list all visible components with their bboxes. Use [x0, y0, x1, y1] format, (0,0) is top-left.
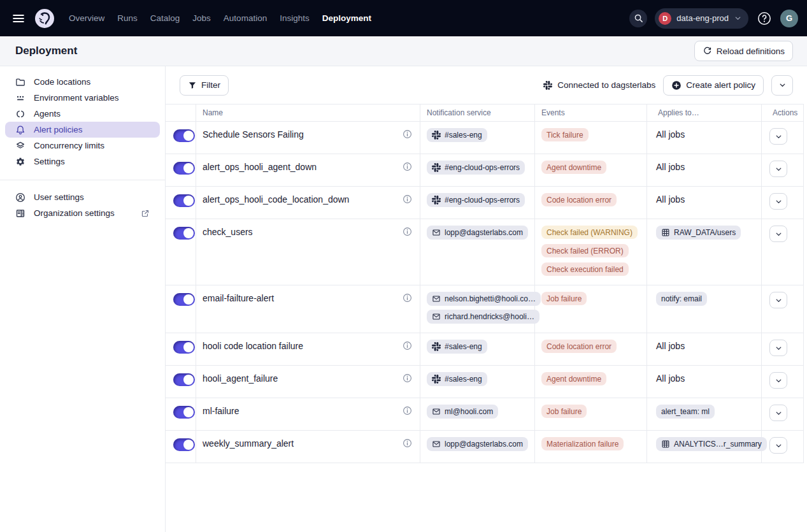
sidebar-item-agents[interactable]: Agents — [5, 106, 160, 122]
event-badge: Materialization failure — [541, 437, 624, 450]
email-icon — [432, 294, 441, 303]
header-actions: Actions — [762, 104, 804, 121]
info-icon[interactable] — [403, 372, 412, 383]
row-actions-button[interactable] — [769, 437, 787, 454]
applies-to: All jobs — [656, 161, 685, 172]
deployment-selector[interactable]: D data-eng-prod — [655, 8, 748, 29]
alert-enabled-toggle[interactable] — [173, 194, 195, 207]
notification-services: nelson.bighetti@hooli.co…richard.hendric… — [427, 292, 541, 324]
notification-service-chip: nelson.bighetti@hooli.co… — [427, 292, 541, 306]
sidebar-item-label: Environment variables — [34, 93, 119, 103]
reload-definitions-label: Reload definitions — [717, 47, 785, 56]
folder-icon — [15, 77, 25, 87]
alert-name: alert_ops_hooli_agent_down — [203, 161, 317, 172]
notification-service-chip: #sales-eng — [427, 128, 487, 142]
chevron-down-icon — [778, 81, 787, 89]
applies-to-text: All jobs — [656, 128, 685, 140]
info-icon[interactable] — [403, 340, 412, 350]
notification-services: lopp@dagsterlabs.com — [427, 437, 528, 451]
info-icon[interactable] — [403, 193, 412, 204]
applies-to-label: ANALYTICS…r_summary — [674, 440, 762, 449]
nav-link-automation[interactable]: Automation — [224, 13, 267, 23]
nav-link-insights[interactable]: Insights — [280, 13, 310, 23]
notification-service-label: #sales-eng — [445, 375, 482, 384]
row-actions-button[interactable] — [769, 405, 787, 421]
sidebar-item-environment-variables[interactable]: Environment variables — [5, 90, 160, 106]
info-icon[interactable] — [403, 405, 412, 415]
alert-name: alert_ops_hooli_code_location_down — [203, 193, 349, 205]
filter-label: Filter — [201, 80, 220, 90]
alert-enabled-toggle[interactable] — [173, 129, 195, 142]
alert-enabled-toggle[interactable] — [173, 438, 195, 451]
alert-enabled-toggle[interactable] — [173, 373, 195, 386]
search-button[interactable] — [629, 10, 647, 27]
row-actions-button[interactable] — [769, 340, 787, 356]
plus-circle-icon — [671, 80, 682, 90]
row-actions-button[interactable] — [769, 292, 787, 308]
table-row: weekly_summary_alert lopp@dagsterlabs.co… — [166, 431, 804, 463]
notification-service-chip: ml@hooli.com — [427, 405, 498, 419]
event-badge: Code location error — [541, 193, 617, 206]
row-actions-button[interactable] — [769, 193, 787, 210]
user-avatar[interactable]: G — [780, 10, 798, 27]
toolbar: Filter Connected to dagsterlabs Create a… — [166, 66, 807, 104]
primary-nav: OverviewRunsCatalogJobsAutomationInsight… — [69, 13, 371, 23]
alert-enabled-toggle[interactable] — [173, 162, 195, 175]
alert-name: ml-failure — [203, 405, 239, 416]
applies-to: All jobs — [656, 193, 685, 205]
notification-services: #sales-eng — [427, 128, 487, 142]
row-actions-button[interactable] — [769, 128, 787, 145]
email-icon — [432, 440, 441, 449]
hamburger-menu-icon[interactable] — [9, 9, 28, 28]
nav-link-runs[interactable]: Runs — [117, 13, 138, 23]
sidebar-item-label: Agents — [34, 109, 61, 119]
info-icon[interactable] — [403, 292, 412, 303]
row-actions-button[interactable] — [769, 161, 787, 177]
sidebar-item-code-locations[interactable]: Code locations — [5, 74, 160, 90]
gear-icon — [15, 157, 25, 167]
filter-button[interactable]: Filter — [180, 75, 229, 96]
notification-service-chip: lopp@dagsterlabs.com — [427, 226, 528, 240]
sidebar-item-label: Concurrency limits — [34, 141, 104, 150]
org-icon — [15, 208, 25, 219]
info-icon[interactable] — [403, 161, 412, 171]
event-badges: Job failure — [541, 405, 587, 418]
row-actions-button[interactable] — [769, 372, 787, 389]
search-icon — [634, 13, 643, 23]
nav-link-catalog[interactable]: Catalog — [150, 13, 180, 23]
info-icon[interactable] — [403, 437, 412, 448]
create-alert-policy-button[interactable]: Create alert policy — [663, 75, 764, 96]
nav-link-jobs[interactable]: Jobs — [192, 13, 211, 23]
sidebar-item-alert-policies[interactable]: Alert policies — [5, 122, 160, 138]
applies-to-label: alert_team: ml — [661, 407, 710, 416]
main-panel: Filter Connected to dagsterlabs Create a… — [166, 66, 807, 532]
nav-link-overview[interactable]: Overview — [69, 13, 104, 23]
notification-service-label: lopp@dagsterlabs.com — [445, 228, 523, 237]
help-button[interactable] — [756, 10, 773, 27]
notification-service-label: ml@hooli.com — [445, 407, 493, 416]
info-icon[interactable] — [403, 226, 412, 236]
row-actions-button[interactable] — [769, 226, 787, 242]
event-badge: Check execution failed — [541, 262, 629, 276]
applies-to: RAW_DATA/users — [656, 226, 741, 240]
reload-icon — [703, 47, 712, 56]
event-badge: Tick failure — [541, 128, 589, 141]
sidebar-item-settings[interactable]: Settings — [5, 154, 160, 169]
alert-name: Schedule Sensors Failing — [203, 128, 304, 140]
applies-to-chip: RAW_DATA/users — [656, 226, 741, 240]
sidebar-item-user-settings[interactable]: User settings — [5, 189, 160, 205]
email-icon — [432, 407, 441, 416]
alert-enabled-toggle[interactable] — [173, 293, 195, 306]
more-options-button[interactable] — [771, 75, 793, 96]
applies-to: notify: email — [656, 292, 707, 306]
alert-enabled-toggle[interactable] — [173, 227, 195, 240]
dagster-logo-icon[interactable] — [34, 8, 55, 29]
info-icon[interactable] — [403, 128, 412, 139]
alert-enabled-toggle[interactable] — [173, 341, 195, 354]
sidebar-item-concurrency-limits[interactable]: Concurrency limits — [5, 138, 160, 154]
sidebar-item-organization-settings[interactable]: Organization settings — [5, 205, 160, 221]
alert-enabled-toggle[interactable] — [173, 406, 195, 419]
nav-link-deployment[interactable]: Deployment — [322, 13, 371, 23]
reload-definitions-button[interactable]: Reload definitions — [694, 41, 793, 61]
sidebar-item-label: Alert policies — [34, 125, 83, 134]
